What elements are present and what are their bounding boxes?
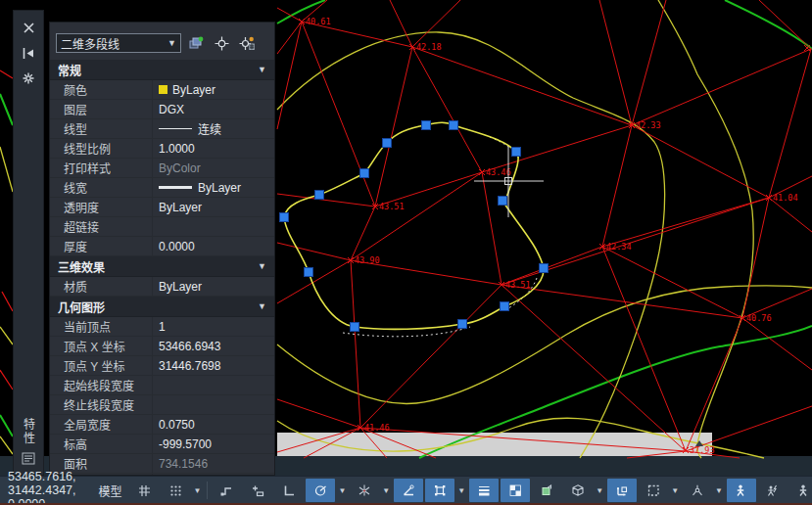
model-space-button[interactable]: 模型 [93,479,128,502]
object-snap-3d-toggle[interactable] [563,479,593,502]
property-value[interactable]: ByLayer [152,277,274,296]
property-value[interactable]: 0.0000 [152,237,274,255]
property-row: 材质ByLayer [50,277,274,297]
linetype-preview-icon [159,186,192,189]
property-label: 颜色 [50,81,152,98]
property-value[interactable] [152,217,274,236]
snap-mode-dropdown-arrow[interactable]: ▼ [192,486,204,495]
highlight-band [277,433,712,456]
properties-sheet-icon [22,451,35,469]
vertex-grip[interactable] [360,169,369,178]
lineweight-display-toggle[interactable] [469,479,499,502]
coordinate-display[interactable]: 53465.7616, 31442.4347, 0.0000 [0,470,86,505]
polar-tracking-toggle[interactable] [306,479,335,502]
application-window: 40.6142.1842.33441.0442.3443.4643.5143.9… [0,0,812,505]
vertex-grip[interactable] [280,213,289,222]
selection-cycling-toggle[interactable] [532,479,561,502]
annotation-visibility-toggle[interactable] [727,479,756,502]
vertex-grip[interactable] [315,191,324,200]
chevron-down-icon: ▼ [258,65,266,74]
property-row: 打印样式ByColor [50,159,274,178]
object-type-dropdown[interactable]: 二维多段线 ▼ [56,33,181,53]
property-row: 终止线段宽度 [50,395,274,415]
property-row: 颜色ByLayer [50,80,274,100]
property-label: 材质 [50,278,152,295]
pickadd-toggle-icon[interactable] [185,33,207,53]
quick-select-icon[interactable] [236,33,258,53]
property-value-text: 1.0000 [159,142,195,156]
chevron-down-icon: ▼ [167,38,176,48]
vertex-grip[interactable] [540,264,549,273]
select-objects-icon[interactable] [211,33,232,53]
transparency-display-toggle[interactable] [501,479,530,502]
section-header[interactable]: 三维效果▼ [50,256,274,277]
object-snap-3d-dropdown-arrow[interactable]: ▼ [594,486,605,495]
properties-palette: 二维多段线 ▼ 常规▼颜色ByLayer图层DGX线型连续线型比例1.0000打… [49,22,275,476]
section-title: 三维效果 [58,258,105,275]
object-snap-2d-dropdown-arrow[interactable]: ▼ [455,486,467,495]
property-value[interactable] [152,376,274,394]
palette-tab-properties[interactable]: 特性 [21,418,37,469]
close-icon[interactable] [20,19,37,36]
property-value[interactable]: 连续 [152,119,274,138]
elevation-label: 42.18 [416,42,442,52]
vertex-grip[interactable] [501,302,509,311]
settings-icon[interactable] [20,69,37,87]
property-label: 厚度 [50,238,152,254]
vertex-grip[interactable] [351,323,359,332]
vertex-grip[interactable] [499,197,507,206]
object-snap-tracking-toggle[interactable] [394,479,423,502]
vertex-grip[interactable] [512,148,521,157]
elevation-label: 43.90 [355,255,380,265]
property-row: 顶点 X 坐标53466.6943 [50,337,274,356]
property-value[interactable]: ByLayer [152,80,274,99]
infer-constraints-toggle[interactable] [212,479,241,502]
section-header[interactable]: 常规▼ [50,60,274,80]
property-value[interactable]: -999.5700 [152,435,274,453]
snap-mode-toggle[interactable] [162,479,191,502]
isometric-drafting-dropdown-arrow[interactable]: ▼ [380,486,392,495]
property-label: 当前顶点 [50,318,152,335]
property-label: 线型 [50,120,152,137]
dynamic-ucs-toggle[interactable] [607,479,637,502]
property-value[interactable]: 31446.7698 [152,356,274,375]
vertex-grip[interactable] [305,268,313,277]
property-value[interactable]: 734.1546 [152,454,274,473]
vertex-grip[interactable] [450,121,458,130]
property-value[interactable]: 0.0750 [152,415,274,434]
vertex-grip[interactable] [383,139,392,148]
property-value-text: ByLayer [172,83,215,97]
vertex-grip[interactable] [458,320,467,329]
ortho-mode-toggle[interactable] [274,479,304,502]
property-label: 标高 [50,436,152,452]
polar-tracking-dropdown-arrow[interactable]: ▼ [336,486,348,495]
property-value[interactable]: 53466.6943 [152,337,274,355]
property-value-text: DGX [159,103,184,116]
vertex-grip[interactable] [422,121,431,130]
annotation-autoscale-toggle[interactable] [758,479,788,502]
selection-filtering-toggle[interactable] [639,479,668,502]
property-value[interactable]: 1.0000 [152,139,274,158]
color-swatch [159,85,167,94]
grid-display-toggle[interactable] [130,479,160,502]
isometric-drafting-toggle[interactable] [350,479,379,502]
annotation-scale-toggle[interactable] [789,479,812,502]
property-value[interactable]: 1 [152,317,274,336]
property-value[interactable]: DGX [152,100,274,118]
property-label: 图层 [50,101,152,117]
property-row: 起始线段宽度 [50,376,274,395]
property-value[interactable]: ByLayer [152,178,274,197]
property-value[interactable]: ByColor [152,159,274,177]
selection-filtering-dropdown-arrow[interactable]: ▼ [669,486,681,495]
property-value[interactable]: ByLayer [152,198,274,216]
auto-hide-icon[interactable] [20,44,37,62]
property-value[interactable] [152,395,274,414]
gizmo-dropdown-arrow[interactable]: ▼ [713,486,725,495]
property-row: 厚度0.0000 [50,237,274,256]
object-snap-2d-toggle[interactable] [425,479,454,502]
elevation-label: 41.46 [364,423,390,433]
elevation-label: 37.93 [690,445,715,455]
section-header[interactable]: 几何图形▼ [50,297,274,317]
dynamic-input-toggle[interactable] [243,479,272,502]
gizmo-toggle[interactable] [683,479,712,502]
